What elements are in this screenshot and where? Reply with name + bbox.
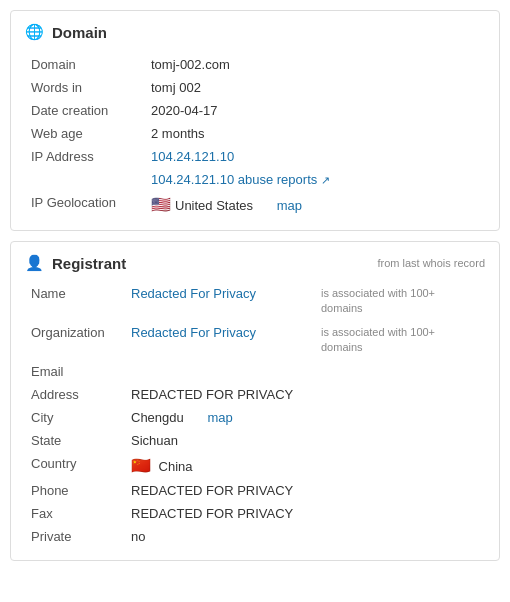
value-ip-address: 104.24.121.10 [145, 145, 485, 168]
table-row: Private no [25, 525, 485, 548]
value-organization: Redacted For Privacy [125, 321, 315, 360]
label-date-creation: Date creation [25, 99, 145, 122]
label-organization: Organization [25, 321, 125, 360]
registrant-header: 👤 Registrant from last whois record [25, 254, 485, 272]
registrant-section: 👤 Registrant from last whois record Name… [10, 241, 500, 561]
table-row: City Chengdu map [25, 406, 485, 429]
label-phone: Phone [25, 479, 125, 502]
value-email [125, 360, 315, 383]
table-row: Web age 2 months [25, 122, 485, 145]
person-icon: 👤 [25, 254, 44, 272]
external-link-icon: ↗ [321, 174, 330, 186]
table-row: IP Address 104.24.121.10 [25, 145, 485, 168]
table-row: IP Geolocation 🇺🇸United States map [25, 191, 485, 218]
name-link[interactable]: Redacted For Privacy [131, 286, 256, 301]
label-words-in: Words in [25, 76, 145, 99]
table-row: Fax REDACTED FOR PRIVACY [25, 502, 485, 525]
geolocation-map-link[interactable]: map [277, 198, 302, 213]
name-assoc-note: is associated with 100+ domains [315, 282, 485, 321]
value-name: Redacted For Privacy [125, 282, 315, 321]
value-domain: tomj-002.com [145, 53, 485, 76]
table-row: Domain tomj-002.com [25, 53, 485, 76]
from-whois-label: from last whois record [377, 257, 485, 269]
label-private: Private [25, 525, 125, 548]
label-ip-geolocation: IP Geolocation [25, 191, 145, 218]
label-state: State [25, 429, 125, 452]
value-fax: REDACTED FOR PRIVACY [125, 502, 315, 525]
table-row: 104.24.121.10 abuse reports ↗ [25, 168, 485, 191]
value-phone: REDACTED FOR PRIVACY [125, 479, 315, 502]
ip-address-link[interactable]: 104.24.121.10 [151, 149, 234, 164]
table-row: Date creation 2020-04-17 [25, 99, 485, 122]
table-row: Phone REDACTED FOR PRIVACY [25, 479, 485, 502]
label-country: Country [25, 452, 125, 479]
label-ip-abuse [25, 168, 145, 191]
table-row: Email [25, 360, 485, 383]
value-ip-abuse: 104.24.121.10 abuse reports ↗ [145, 168, 485, 191]
registrant-info-table: Name Redacted For Privacy is associated … [25, 282, 485, 548]
table-row: Name Redacted For Privacy is associated … [25, 282, 485, 321]
label-name: Name [25, 282, 125, 321]
table-row: Organization Redacted For Privacy is ass… [25, 321, 485, 360]
value-private: no [125, 525, 315, 548]
organization-assoc-note: is associated with 100+ domains [315, 321, 485, 360]
globe-icon: 🌐 [25, 23, 44, 41]
value-web-age: 2 months [145, 122, 485, 145]
label-ip-address: IP Address [25, 145, 145, 168]
table-row: Country 🇨🇳 China [25, 452, 485, 479]
value-address: REDACTED FOR PRIVACY [125, 383, 315, 406]
label-email: Email [25, 360, 125, 383]
value-date-creation: 2020-04-17 [145, 99, 485, 122]
domain-section-title: 🌐 Domain [25, 23, 485, 41]
label-city: City [25, 406, 125, 429]
label-web-age: Web age [25, 122, 145, 145]
value-city: Chengdu map [125, 406, 315, 429]
ip-abuse-link[interactable]: 104.24.121.10 abuse reports ↗ [151, 172, 330, 187]
value-words-in: tomj 002 [145, 76, 485, 99]
label-domain: Domain [25, 53, 145, 76]
organization-link[interactable]: Redacted For Privacy [131, 325, 256, 340]
label-address: Address [25, 383, 125, 406]
value-ip-geolocation: 🇺🇸United States map [145, 191, 485, 218]
table-row: Address REDACTED FOR PRIVACY [25, 383, 485, 406]
table-row: State Sichuan [25, 429, 485, 452]
city-map-link[interactable]: map [207, 410, 232, 425]
value-state: Sichuan [125, 429, 315, 452]
table-row: Words in tomj 002 [25, 76, 485, 99]
registrant-section-title: 👤 Registrant [25, 254, 126, 272]
label-fax: Fax [25, 502, 125, 525]
domain-info-table: Domain tomj-002.com Words in tomj 002 Da… [25, 53, 485, 218]
us-flag-icon: 🇺🇸 [151, 196, 171, 213]
cn-flag-icon: 🇨🇳 [131, 457, 151, 474]
domain-section: 🌐 Domain Domain tomj-002.com Words in to… [10, 10, 500, 231]
value-country: 🇨🇳 China [125, 452, 315, 479]
